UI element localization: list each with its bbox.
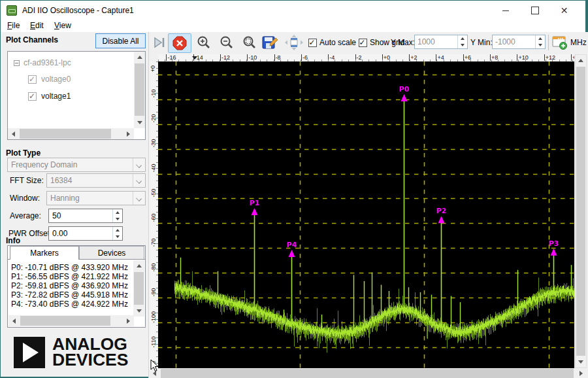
- info-title: Info: [6, 236, 20, 245]
- arrow-down-icon: [137, 309, 142, 313]
- x-tick-label: -10: [247, 54, 257, 61]
- tree-horizontal-scrollbar[interactable]: [8, 128, 134, 139]
- scroll-down-button[interactable]: [576, 356, 586, 368]
- y-min-label: Y Min:: [470, 38, 493, 47]
- checkbox-checked-icon: [308, 39, 317, 47]
- voltage1-checkbox[interactable]: [28, 92, 37, 101]
- x-tick-label: +10: [517, 54, 528, 61]
- y-tick-label: -90: [149, 283, 157, 302]
- scroll-left-button[interactable]: [8, 128, 19, 139]
- y-tick-label: -110: [149, 332, 157, 352]
- pan-button[interactable]: [284, 34, 304, 51]
- x-tick-label: +8: [490, 54, 498, 61]
- marker-readout: P3: -72.82 dBFS @ 445.918 MHz: [11, 290, 128, 300]
- close-button[interactable]: ✕: [549, 1, 579, 20]
- y-max-spinner[interactable]: [457, 35, 467, 48]
- arrow-right-icon: [580, 371, 583, 376]
- menu-file[interactable]: File: [7, 21, 20, 30]
- plot-horizontal-scrollbar[interactable]: [149, 368, 587, 378]
- arrow-left-icon: [12, 318, 16, 324]
- voltage0-label[interactable]: voltage0: [41, 75, 71, 84]
- chevron-down-icon: [133, 174, 145, 187]
- new-plot-icon: [552, 35, 568, 50]
- title-bar: ADI IIO Oscilloscope - Capture1 ✕: [1, 1, 585, 20]
- voltage1-label[interactable]: voltage1: [41, 92, 71, 101]
- marker-readout: P1: -56.55 dBFS @ 421.922 MHz: [11, 272, 128, 281]
- scrollbar-thumb[interactable]: [20, 316, 110, 326]
- scrollbar-thumb[interactable]: [576, 67, 585, 356]
- y-tick-label: +0: [149, 61, 157, 78]
- scroll-down-button[interactable]: [134, 117, 145, 128]
- fft-size-select[interactable]: 16384: [46, 173, 146, 188]
- voltage0-checkbox[interactable]: [28, 75, 37, 84]
- stop-capture-button[interactable]: [168, 33, 191, 53]
- arrow-up-icon: [578, 59, 583, 62]
- average-spinner[interactable]: [112, 209, 122, 222]
- arrow-up-icon: [137, 56, 142, 59]
- x-tick-label: +4: [436, 54, 444, 61]
- menu-edit[interactable]: Edit: [30, 21, 44, 30]
- y-min-input[interactable]: -1000: [492, 35, 546, 49]
- disable-all-button[interactable]: Disable All: [95, 33, 146, 48]
- x-tick-label: -8: [274, 54, 281, 61]
- scrollbar-thumb[interactable]: [134, 272, 144, 305]
- scrollbar-thumb[interactable]: [161, 369, 574, 378]
- scroll-up-button[interactable]: [134, 52, 145, 63]
- x-tick-label: +14: [571, 54, 574, 61]
- scroll-right-button[interactable]: [123, 315, 134, 326]
- minimize-button[interactable]: [491, 1, 520, 20]
- menu-bar: File Edit View: [1, 20, 585, 32]
- zoom-out-button[interactable]: [218, 34, 236, 51]
- y-tick-label: -70: [149, 233, 157, 252]
- tab-markers[interactable]: Markers: [10, 246, 79, 260]
- window-select[interactable]: Hanning: [46, 191, 146, 205]
- arrow-up-icon: [137, 264, 142, 267]
- pwr-offset-spinner[interactable]: [112, 227, 122, 240]
- x-tick-label: +0: [382, 54, 390, 61]
- auto-scale-checkbox[interactable]: [308, 34, 317, 51]
- y-min-spinner[interactable]: [535, 35, 545, 48]
- scroll-up-button[interactable]: [133, 260, 144, 271]
- zoom-fit-button[interactable]: [240, 34, 259, 51]
- scroll-right-button[interactable]: [576, 368, 587, 378]
- plot-toolbar: Auto scale Show grid Y Max: 1000 Y Min: …: [149, 32, 588, 54]
- y-max-input[interactable]: 1000: [414, 35, 468, 49]
- pwr-offset-input[interactable]: 0.00: [48, 226, 123, 241]
- plot-region: -16-14-12-10-8-6-4-2+0+2+4+6+8+10+12+14 …: [149, 54, 588, 378]
- tab-devices[interactable]: Devices: [79, 246, 144, 260]
- maximize-icon: [531, 7, 539, 14]
- y-tick-label: -20: [149, 109, 157, 128]
- markers-horizontal-scrollbar[interactable]: [8, 315, 134, 326]
- plot-vertical-scrollbar[interactable]: [575, 54, 587, 368]
- scrollbar-thumb[interactable]: [135, 63, 144, 116]
- scrollbar-thumb[interactable]: [20, 129, 111, 139]
- scroll-right-button[interactable]: [123, 128, 134, 139]
- spin-up-icon: [538, 37, 542, 40]
- scroll-down-button[interactable]: [133, 305, 144, 317]
- markers-vertical-scrollbar[interactable]: [133, 260, 144, 317]
- maximize-button[interactable]: [520, 1, 549, 20]
- toolbar-separator: [548, 35, 549, 50]
- plot-type-select[interactable]: Frequency Domain: [7, 158, 146, 172]
- show-grid-checkbox[interactable]: [358, 34, 367, 51]
- new-plot-button[interactable]: [551, 34, 569, 51]
- tree-expander-icon[interactable]: [14, 60, 20, 66]
- device-label[interactable]: cf-ad9361-lpc: [24, 58, 71, 67]
- zoom-in-button[interactable]: [195, 34, 213, 51]
- capture-skip-button[interactable]: [152, 34, 167, 51]
- spin-down-icon: [116, 235, 120, 238]
- menu-view[interactable]: View: [54, 21, 71, 30]
- window-label: Window:: [10, 194, 40, 203]
- average-input[interactable]: 50: [48, 209, 123, 223]
- y-max-label: Y Max:: [391, 38, 415, 47]
- x-tick-label: -4: [328, 54, 335, 61]
- y-tick-label: -60: [149, 208, 157, 228]
- scroll-up-button[interactable]: [576, 55, 586, 66]
- save-button[interactable]: [260, 34, 280, 51]
- x-axis-strip: -16-14-12-10-8-6-4-2+0+2+4+6+8+10+12+14: [158, 54, 574, 61]
- spectrum-plot[interactable]: [158, 61, 574, 368]
- spin-down-icon: [461, 44, 465, 46]
- scroll-left-button[interactable]: [8, 315, 20, 326]
- tree-vertical-scrollbar[interactable]: [134, 52, 145, 128]
- axis-drag-handle-icon[interactable]: [192, 56, 197, 60]
